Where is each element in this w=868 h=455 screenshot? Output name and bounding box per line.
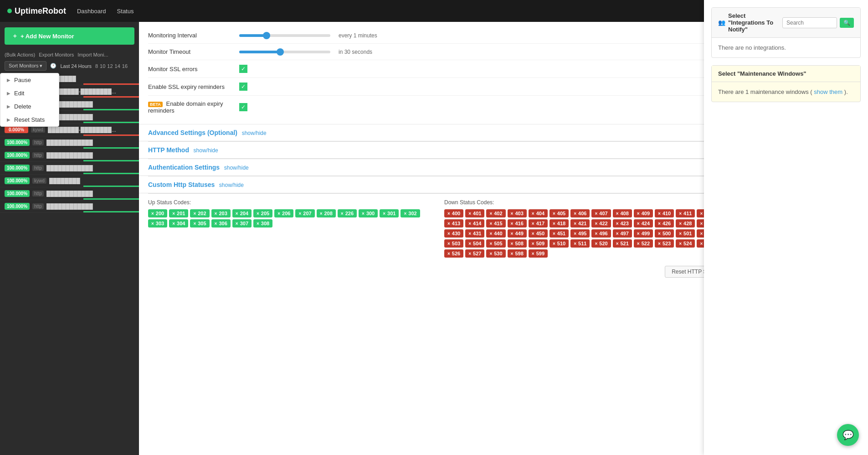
- context-menu-item-edit[interactable]: ▶Edit: [0, 87, 59, 100]
- tf-14[interactable]: 14: [115, 63, 120, 69]
- down-code-tag[interactable]: ×405: [550, 209, 569, 217]
- down-code-tag[interactable]: ×401: [465, 209, 484, 217]
- up-code-tag[interactable]: ×203: [211, 209, 231, 217]
- monitor-item[interactable]: 100.000% http ████████████: [0, 136, 139, 149]
- down-code-tag[interactable]: ×403: [508, 209, 527, 217]
- down-code-tag[interactable]: ×510: [550, 239, 569, 248]
- up-code-tag[interactable]: ×207: [295, 209, 314, 217]
- add-monitor-button[interactable]: ＋ + Add New Monitor: [5, 27, 134, 45]
- down-code-tag[interactable]: ×598: [508, 249, 527, 258]
- import-link[interactable]: Import Moni...: [77, 52, 108, 57]
- auth-show-hide[interactable]: show/hide: [224, 165, 249, 171]
- down-code-tag[interactable]: ×496: [591, 229, 611, 238]
- auth-settings-label[interactable]: Authentication Settings: [148, 164, 220, 171]
- down-code-tag[interactable]: ×509: [529, 239, 548, 248]
- down-code-tag[interactable]: ×450: [529, 229, 548, 238]
- up-code-tag[interactable]: ×202: [190, 209, 209, 217]
- up-code-tag[interactable]: ×204: [232, 209, 252, 217]
- up-code-tag[interactable]: ×302: [401, 209, 420, 217]
- up-code-tag[interactable]: ×226: [338, 209, 357, 217]
- down-code-tag[interactable]: ×521: [613, 239, 632, 248]
- down-code-tag[interactable]: ×428: [676, 219, 695, 228]
- down-code-tag[interactable]: ×404: [529, 209, 548, 217]
- up-code-tag[interactable]: ×303: [148, 219, 167, 228]
- up-code-tag[interactable]: ×206: [274, 209, 293, 217]
- monitor-timeout-thumb[interactable]: [277, 48, 284, 56]
- tf-16[interactable]: 16: [122, 63, 128, 69]
- show-them-link[interactable]: show them: [814, 88, 842, 95]
- up-code-tag[interactable]: ×201: [169, 209, 188, 217]
- down-code-tag[interactable]: ×504: [465, 239, 484, 248]
- down-code-tag[interactable]: ×431: [465, 229, 484, 238]
- down-code-tag[interactable]: ×408: [613, 209, 632, 217]
- search-input[interactable]: [782, 17, 837, 28]
- down-code-tag[interactable]: ×415: [486, 219, 505, 228]
- down-code-tag[interactable]: ×501: [676, 229, 695, 238]
- down-code-tag[interactable]: ×520: [591, 239, 611, 248]
- down-code-tag[interactable]: ×411: [676, 209, 695, 217]
- custom-show-hide[interactable]: show/hide: [219, 182, 244, 188]
- down-code-tag[interactable]: ×526: [444, 249, 463, 258]
- up-code-tag[interactable]: ×300: [359, 209, 378, 217]
- down-code-tag[interactable]: ×414: [465, 219, 484, 228]
- up-code-tag[interactable]: ×205: [253, 209, 272, 217]
- up-code-tag[interactable]: ×306: [211, 219, 231, 228]
- down-code-tag[interactable]: ×523: [655, 239, 674, 248]
- down-code-tag[interactable]: ×400: [444, 209, 463, 217]
- down-code-tag[interactable]: ×449: [508, 229, 527, 238]
- down-code-tag[interactable]: ×421: [570, 219, 590, 228]
- down-code-tag[interactable]: ×418: [550, 219, 569, 228]
- up-code-tag[interactable]: ×301: [380, 209, 399, 217]
- down-code-tag[interactable]: ×500: [655, 229, 674, 238]
- advanced-settings-label[interactable]: Advanced Settings (Optional): [148, 129, 237, 136]
- down-code-tag[interactable]: ×511: [570, 239, 590, 248]
- tf-8[interactable]: 8: [95, 63, 98, 69]
- http-method-label[interactable]: HTTP Method: [148, 146, 189, 154]
- down-code-tag[interactable]: ×495: [570, 229, 590, 238]
- bulk-actions-link[interactable]: (Bulk Actions): [5, 52, 35, 57]
- monitoring-interval-thumb[interactable]: [263, 32, 270, 39]
- monitor-item[interactable]: 100.000% http ████████████: [0, 162, 139, 175]
- down-code-tag[interactable]: ×424: [634, 219, 653, 228]
- nav-status[interactable]: Status: [117, 8, 134, 15]
- down-code-tag[interactable]: ×426: [655, 219, 674, 228]
- advanced-show-hide[interactable]: show/hide: [242, 130, 267, 136]
- monitor-item[interactable]: 100.000% kywd ████████: [0, 175, 139, 187]
- context-menu-item-reset-stats[interactable]: ▶Reset Stats: [0, 113, 59, 126]
- nav-dashboard[interactable]: Dashboard: [77, 8, 106, 15]
- monitor-item[interactable]: 100.000% http ████████████: [0, 200, 139, 213]
- up-code-tag[interactable]: ×208: [317, 209, 336, 217]
- down-code-tag[interactable]: ×407: [591, 209, 611, 217]
- down-code-tag[interactable]: ×505: [486, 239, 505, 248]
- up-code-tag[interactable]: ×308: [253, 219, 272, 228]
- down-code-tag[interactable]: ×409: [634, 209, 653, 217]
- down-code-tag[interactable]: ×416: [508, 219, 527, 228]
- up-code-tag[interactable]: ×200: [148, 209, 167, 217]
- down-code-tag[interactable]: ×406: [570, 209, 590, 217]
- custom-http-label[interactable]: Custom Http Statuses: [148, 181, 215, 188]
- down-code-tag[interactable]: ×599: [529, 249, 548, 258]
- up-code-tag[interactable]: ×304: [169, 219, 188, 228]
- down-code-tag[interactable]: ×413: [444, 219, 463, 228]
- down-code-tag[interactable]: ×524: [676, 239, 695, 248]
- tf-10[interactable]: 10: [100, 63, 105, 69]
- search-button[interactable]: 🔍: [840, 18, 854, 28]
- monitor-ssl-checkbox[interactable]: ✓: [239, 65, 247, 73]
- context-menu-item-pause[interactable]: ▶Pause: [0, 73, 59, 87]
- down-code-tag[interactable]: ×440: [486, 229, 505, 238]
- down-code-tag[interactable]: ×402: [486, 209, 505, 217]
- enable-ssl-checkbox[interactable]: ✓: [239, 83, 247, 91]
- down-code-tag[interactable]: ×503: [444, 239, 463, 248]
- enable-domain-checkbox[interactable]: ✓: [239, 103, 247, 111]
- down-code-tag[interactable]: ×499: [634, 229, 653, 238]
- down-code-tag[interactable]: ×410: [655, 209, 674, 217]
- down-code-tag[interactable]: ×451: [550, 229, 569, 238]
- down-code-tag[interactable]: ×423: [613, 219, 632, 228]
- down-code-tag[interactable]: ×422: [591, 219, 611, 228]
- up-code-tag[interactable]: ×307: [232, 219, 252, 228]
- export-monitors-link[interactable]: Export Monitors: [39, 52, 74, 57]
- down-code-tag[interactable]: ×527: [465, 249, 484, 258]
- context-menu-item-delete[interactable]: ▶Delete: [0, 100, 59, 113]
- monitor-item[interactable]: 100.000% http ████████████: [0, 187, 139, 200]
- down-code-tag[interactable]: ×430: [444, 229, 463, 238]
